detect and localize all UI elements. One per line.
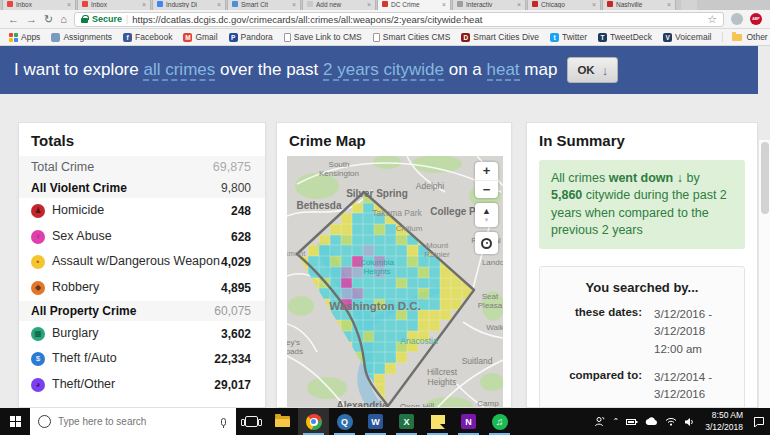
heat-cell[interactable]	[385, 299, 396, 310]
heat-cell[interactable]	[352, 310, 363, 321]
heat-cell[interactable]	[374, 256, 385, 267]
heat-cell[interactable]	[418, 256, 429, 267]
heat-cell[interactable]	[407, 267, 418, 278]
heat-cell[interactable]	[341, 310, 352, 321]
tab-close-icon[interactable]: ×	[367, 1, 371, 8]
heat-cell[interactable]	[418, 278, 429, 289]
heat-cell[interactable]	[385, 267, 396, 278]
heat-cell[interactable]	[374, 224, 385, 235]
heat-cell[interactable]	[319, 245, 330, 256]
heat-cell[interactable]	[374, 299, 385, 310]
heat-cell[interactable]	[385, 256, 396, 267]
wifi-icon[interactable]	[665, 417, 677, 426]
heat-cell[interactable]	[418, 267, 429, 278]
heat-cell[interactable]	[308, 256, 319, 267]
heat-cell[interactable]	[341, 213, 352, 224]
heat-cell[interactable]	[374, 245, 385, 256]
bookmark-item[interactable]: fFacebook	[123, 32, 172, 42]
heat-cell[interactable]	[396, 352, 407, 363]
heat-cell[interactable]	[385, 278, 396, 289]
heat-cell[interactable]	[374, 352, 385, 363]
heat-cell[interactable]	[429, 278, 440, 289]
heat-cell[interactable]	[374, 331, 385, 342]
zoom-in-button[interactable]: +	[475, 162, 498, 180]
heat-cell[interactable]	[330, 299, 341, 310]
heat-cell[interactable]	[396, 310, 407, 321]
heat-cell[interactable]	[374, 288, 385, 299]
heat-cell[interactable]	[352, 278, 363, 289]
heat-cell[interactable]	[363, 299, 374, 310]
heat-cell[interactable]	[352, 267, 363, 278]
heat-cell[interactable]	[352, 224, 363, 235]
app-q-taskbar-button[interactable]: Q	[329, 408, 360, 435]
browser-tab[interactable]: Nashville×	[602, 0, 676, 10]
heat-cell[interactable]	[330, 278, 341, 289]
heat-cell[interactable]	[352, 288, 363, 299]
page-scrollbar[interactable]	[758, 140, 770, 435]
heat-cell[interactable]	[418, 331, 429, 342]
heat-cell[interactable]	[374, 320, 385, 331]
heat-cell[interactable]	[429, 288, 440, 299]
heat-cell[interactable]	[319, 235, 330, 246]
heat-cell[interactable]	[341, 278, 352, 289]
heat-cell[interactable]	[396, 245, 407, 256]
heat-cell[interactable]	[396, 278, 407, 289]
heat-cell[interactable]	[385, 288, 396, 299]
spotify-taskbar-button[interactable]: ♫	[484, 408, 515, 435]
bookmark-item[interactable]: MGmail	[183, 32, 217, 42]
heat-cell[interactable]	[396, 235, 407, 246]
heat-cell[interactable]	[374, 278, 385, 289]
heat-cell[interactable]	[352, 245, 363, 256]
heat-cell[interactable]	[429, 310, 440, 321]
start-button[interactable]	[0, 408, 30, 435]
banner-filter-link[interactable]: all crimes	[143, 60, 215, 81]
heat-cell[interactable]	[308, 245, 319, 256]
heat-cell[interactable]	[341, 288, 352, 299]
heat-cell[interactable]	[352, 320, 363, 331]
heat-cell[interactable]	[396, 267, 407, 278]
heat-cell[interactable]	[363, 331, 374, 342]
heat-cell[interactable]	[319, 256, 330, 267]
tab-close-icon[interactable]: ×	[217, 1, 221, 8]
extension-icon[interactable]	[731, 13, 743, 25]
banner-filter-link[interactable]: 2 years	[323, 60, 379, 81]
bookmark-item[interactable]: DSmart Cities Dive	[461, 32, 539, 42]
heat-cell[interactable]	[363, 288, 374, 299]
heat-cell[interactable]	[363, 310, 374, 321]
heat-cell[interactable]	[352, 299, 363, 310]
heat-cell[interactable]	[330, 224, 341, 235]
heat-cell[interactable]	[396, 331, 407, 342]
browser-tab[interactable]: Add new×	[302, 0, 376, 10]
heat-cell[interactable]	[363, 224, 374, 235]
bookmark-item[interactable]: Assignments	[51, 32, 112, 42]
heat-cell[interactable]	[440, 299, 451, 310]
crime-map[interactable]: South KensingtonSilver SpringBethesdaAde…	[287, 156, 503, 408]
heat-cell[interactable]	[374, 267, 385, 278]
heat-cell[interactable]	[363, 245, 374, 256]
heat-cell[interactable]	[363, 352, 374, 363]
heat-cell[interactable]	[385, 363, 396, 374]
heat-cell[interactable]	[429, 267, 440, 278]
heat-cell[interactable]	[363, 203, 374, 214]
heat-cell[interactable]	[407, 320, 418, 331]
browser-tab[interactable]: Smart Cit×	[227, 0, 301, 10]
zoom-out-button[interactable]: −	[475, 180, 498, 198]
other-bookmarks[interactable]: Other bookmark	[722, 32, 770, 42]
pitch-control[interactable]: ▲ ▼	[475, 203, 498, 227]
bookmark-item[interactable]: Smart Cities CMS	[373, 32, 451, 42]
heat-cell[interactable]	[385, 331, 396, 342]
heat-cell[interactable]	[330, 267, 341, 278]
heat-cell[interactable]	[363, 320, 374, 331]
heat-cell[interactable]	[341, 299, 352, 310]
heat-cell[interactable]	[374, 235, 385, 246]
heat-cell[interactable]	[319, 278, 330, 289]
banner-filter-link[interactable]: heat	[487, 60, 520, 81]
tab-close-icon[interactable]: ×	[667, 1, 671, 8]
heat-cell[interactable]	[385, 320, 396, 331]
heat-cell[interactable]	[352, 256, 363, 267]
heat-cell[interactable]	[330, 256, 341, 267]
heat-cell[interactable]	[407, 310, 418, 321]
heat-cell[interactable]	[407, 342, 418, 353]
heat-cell[interactable]	[440, 278, 451, 289]
heat-cell[interactable]	[385, 342, 396, 353]
